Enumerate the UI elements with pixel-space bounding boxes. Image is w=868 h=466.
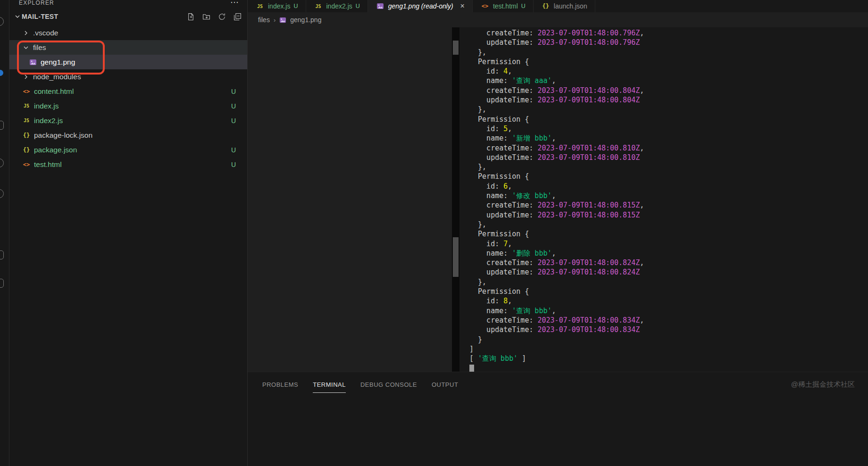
tree-item-content-html[interactable]: <>content.htmlU <box>9 84 247 99</box>
image-icon <box>279 17 286 24</box>
activity-bar-icon[interactable] <box>0 250 4 259</box>
refresh-icon[interactable] <box>217 12 226 21</box>
tree-item-index2-js[interactable]: JSindex2.jsU <box>9 113 247 128</box>
git-status-badge: U <box>231 146 236 154</box>
html-file-icon: <> <box>22 161 31 168</box>
terminal-line: createTime: 2023-07-09T01:48:00.796Z, <box>469 28 868 38</box>
terminal-line: createTime: 2023-07-09T01:48:00.804Z, <box>469 86 868 95</box>
git-status-badge: U <box>231 117 236 125</box>
scrollbar-track[interactable] <box>452 27 459 372</box>
activity-bar-icon[interactable] <box>0 17 4 26</box>
terminal-line: name: '新增 bbb', <box>469 133 868 143</box>
terminal-line: updateTime: 2023-07-09T01:48:00.810Z <box>469 153 868 162</box>
collapse-all-icon[interactable] <box>233 12 242 21</box>
terminal-line: }, <box>469 162 868 172</box>
terminal-line: } <box>469 335 868 344</box>
terminal-line: }, <box>469 277 868 287</box>
chevron-down-icon <box>22 44 30 51</box>
terminal-output[interactable]: createTime: 2023-07-09T01:48:00.796Z, up… <box>459 27 868 372</box>
terminal-cursor <box>469 365 474 372</box>
json-file-icon: {} <box>541 3 551 9</box>
tab-git-badge: U <box>293 3 298 9</box>
html-file-icon: <> <box>22 88 31 95</box>
image-preview-pane <box>248 27 452 372</box>
tree-item-package-json[interactable]: {}package.jsonU <box>9 142 247 157</box>
tree-item-test-html[interactable]: <>test.htmlU <box>9 157 247 172</box>
panel-tab-debug-console[interactable]: DEBUG CONSOLE <box>360 372 417 397</box>
breadcrumb-folder[interactable]: files <box>258 16 270 24</box>
project-name: MAIL-TEST <box>22 13 58 20</box>
editor-tab-geng1-png[interactable]: geng1.png (read-only)× <box>368 0 473 12</box>
tree-item-label: test.html <box>34 160 62 169</box>
tab-label: geng1.png (read-only) <box>388 2 453 10</box>
git-status-badge: U <box>231 102 236 110</box>
terminal-line: Permission { <box>469 229 868 239</box>
panel-tab-problems[interactable]: PROBLEMS <box>262 372 298 397</box>
tree-item-package-lock-json[interactable]: {}package-lock.json <box>9 128 247 142</box>
terminal-line: updateTime: 2023-07-09T01:48:00.804Z <box>469 95 868 105</box>
terminal-line: }, <box>469 105 868 114</box>
tab-git-badge: U <box>356 3 360 9</box>
activity-bar-icon[interactable] <box>0 121 4 130</box>
editor-tab-launch-json[interactable]: {}launch.json <box>534 0 595 12</box>
terminal-line: updateTime: 2023-07-09T01:48:00.796Z <box>469 38 868 47</box>
panel-tab-bar: PROBLEMSTERMINALDEBUG CONSOLEOUTPUT <box>262 372 458 397</box>
tree-item-files[interactable]: files <box>9 40 247 55</box>
json-file-icon: {} <box>22 147 31 153</box>
image-file-icon <box>28 58 38 66</box>
scrollbar-thumb[interactable] <box>453 41 459 55</box>
editor-tab-index2-js[interactable]: JSindex2.jsU <box>306 0 368 12</box>
close-icon[interactable]: × <box>460 2 465 10</box>
terminal-line <box>469 363 868 372</box>
terminal-line: updateTime: 2023-07-09T01:48:00.824Z <box>469 267 868 277</box>
activity-bar-icon[interactable] <box>0 279 4 288</box>
chevron-right-icon <box>22 29 30 37</box>
new-folder-icon[interactable] <box>202 12 210 21</box>
terminal-line: }, <box>469 48 868 57</box>
editor-area: JSindex.jsUJSindex2.jsUgeng1.png (read-o… <box>248 0 868 466</box>
terminal-line: id: 7, <box>469 239 868 249</box>
scrollbar-thumb[interactable] <box>453 237 459 277</box>
project-section-header[interactable]: MAIL-TEST <box>9 8 247 25</box>
activity-bar-icon[interactable] <box>0 189 4 198</box>
tree-item-label: node_modules <box>33 73 81 81</box>
new-file-icon[interactable] <box>186 12 195 21</box>
tree-item--vscode[interactable]: .vscode <box>9 25 247 40</box>
terminal-line: createTime: 2023-07-09T01:48:00.824Z, <box>469 258 868 267</box>
tree-item-geng1-png[interactable]: geng1.png <box>9 55 247 69</box>
tree-item-label: geng1.png <box>41 58 75 67</box>
terminal-line: id: 8, <box>469 296 868 306</box>
tree-item-node_modules[interactable]: node_modules <box>9 69 247 84</box>
breadcrumb[interactable]: files › geng1.png <box>248 12 868 27</box>
tab-bar: JSindex.jsUJSindex2.jsUgeng1.png (read-o… <box>248 0 868 12</box>
terminal-line: }, <box>469 220 868 229</box>
terminal-line: Permission { <box>469 287 868 296</box>
terminal-line: createTime: 2023-07-09T01:48:00.834Z, <box>469 316 868 325</box>
terminal-line: createTime: 2023-07-09T01:48:00.815Z, <box>469 200 868 210</box>
terminal-line: [ '查询 bbb' ] <box>469 354 868 363</box>
editor-tab-test-html[interactable]: <>test.htmlU <box>473 0 534 12</box>
tree-item-label: package-lock.json <box>34 131 92 140</box>
activity-bar-icon[interactable] <box>0 158 4 167</box>
explorer-sidebar: EXPLORER ⋯ MAIL-TEST .vscodefilesgeng1.p… <box>9 0 248 466</box>
explorer-toolbar <box>186 12 242 21</box>
tree-item-label: .vscode <box>33 29 58 37</box>
terminal-line: name: '查询 bbb', <box>469 306 868 316</box>
tree-item-index-js[interactable]: JSindex.jsU <box>9 99 247 113</box>
tree-item-label: index2.js <box>34 116 63 125</box>
tree-item-label: content.html <box>34 87 74 96</box>
terminal-line: id: 5, <box>469 124 868 133</box>
terminal-line: id: 6, <box>469 182 868 191</box>
file-tree: .vscodefilesgeng1.pngnode_modules<>conte… <box>9 25 247 172</box>
explorer-more-actions-icon[interactable]: ⋯ <box>230 0 239 8</box>
panel-body-empty <box>248 397 868 466</box>
panel-tab-terminal[interactable]: TERMINAL <box>313 372 346 397</box>
terminal-line: updateTime: 2023-07-09T01:48:00.815Z <box>469 210 868 220</box>
panel-tab-output[interactable]: OUTPUT <box>432 372 458 397</box>
breadcrumb-file[interactable]: geng1.png <box>290 16 321 24</box>
activity-badge-dot <box>0 70 3 76</box>
terminal-line: ] <box>469 344 868 354</box>
editor-tab-index-js[interactable]: JSindex.jsU <box>248 0 306 12</box>
tab-label: index2.js <box>326 2 352 10</box>
tab-label: test.html <box>493 2 518 10</box>
